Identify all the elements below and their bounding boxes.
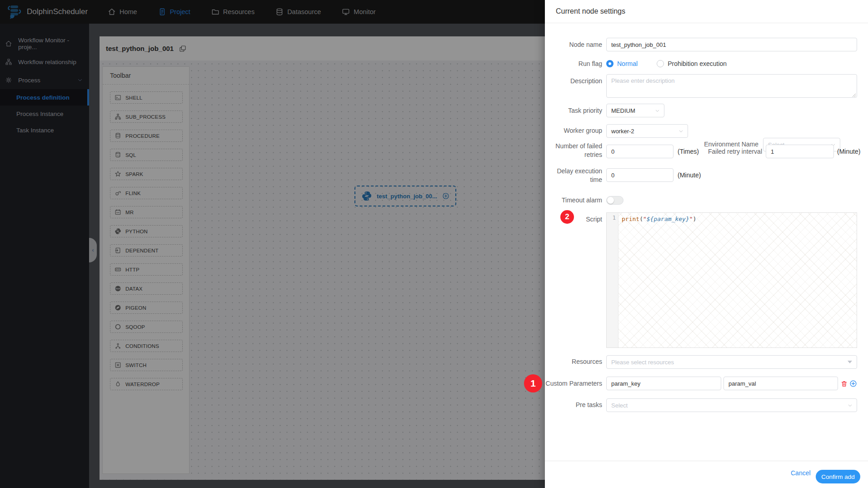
resources-select[interactable]: Please select resources: [606, 355, 857, 369]
timeout-alarm-toggle[interactable]: [606, 196, 624, 205]
script-code-editor[interactable]: 1 print("${param_key}"): [606, 212, 857, 348]
run-flag-normal-radio[interactable]: Normal: [606, 60, 638, 67]
run-flag-prohibition-radio[interactable]: Prohibition execution: [657, 60, 727, 67]
resize-grip-icon[interactable]: [852, 93, 856, 97]
timeout-row: Timeout alarm: [545, 196, 868, 205]
retries-input[interactable]: [606, 145, 673, 158]
chevron-down-icon: [848, 403, 853, 408]
chevron-down-icon: [678, 129, 683, 134]
description-textarea[interactable]: [606, 74, 857, 98]
triangle-down-icon: [848, 361, 852, 363]
pre-tasks-select[interactable]: Select: [606, 398, 857, 412]
task-priority-select[interactable]: MEDIUM: [606, 104, 664, 117]
custom-parameters-row: Custom Parameters: [545, 377, 868, 390]
toggle-knob: [607, 197, 614, 204]
editor-gutter: 1: [607, 213, 619, 347]
drawer-header: Current node settings: [545, 0, 868, 23]
retry-interval-input[interactable]: [766, 145, 834, 158]
radio-unselected-icon: [657, 60, 664, 67]
pre-tasks-row: Pre tasks Select: [545, 398, 868, 412]
task-priority-row: Task priority MEDIUM: [545, 104, 868, 117]
resources-row: Resources Please select resources: [545, 355, 868, 368]
delay-row: Delay execution time (Minute): [545, 168, 868, 182]
annotation-badge-1: 1: [524, 374, 542, 392]
drawer-footer: Cancel Confirm add: [545, 461, 868, 488]
param-key-input[interactable]: [606, 377, 721, 390]
cancel-button[interactable]: Cancel: [791, 469, 811, 477]
editor-code-line[interactable]: print("${param_key}"): [619, 213, 857, 347]
run-flag-row: Run flag Normal Prohibition execution: [545, 59, 868, 68]
node-settings-drawer: Current node settings Node name Run flag…: [545, 0, 868, 488]
trash-icon[interactable]: [841, 380, 848, 387]
worker-group-select[interactable]: worker-2: [606, 124, 688, 138]
retries-row: Number of failed retries (Times) Failed …: [545, 145, 868, 158]
drawer-title: Current node settings: [556, 7, 625, 15]
chevron-down-icon: [655, 108, 660, 113]
param-value-input[interactable]: [723, 377, 838, 390]
node-name-input[interactable]: [606, 38, 857, 51]
worker-group-row: Worker group worker-2 Environment Name S…: [545, 124, 868, 137]
node-name-row: Node name: [545, 38, 868, 51]
annotation-badge-2: 2: [560, 210, 574, 224]
confirm-add-button[interactable]: Confirm add: [816, 470, 860, 483]
add-parameter-icon[interactable]: [849, 380, 857, 387]
delay-input[interactable]: [606, 168, 673, 182]
radio-selected-icon: [606, 60, 614, 67]
